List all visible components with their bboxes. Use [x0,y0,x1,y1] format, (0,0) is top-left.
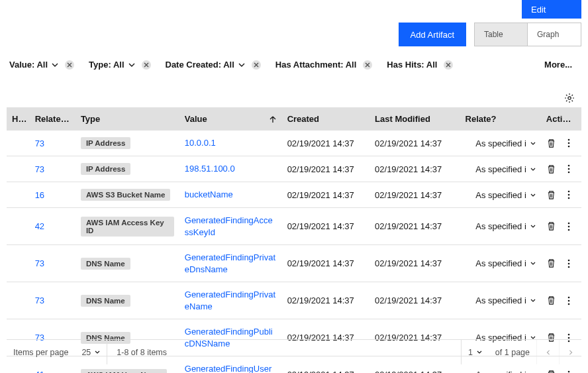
col-value[interactable]: Value [179,107,282,131]
next-page-button[interactable] [559,340,581,364]
chevron-down-icon [530,299,536,302]
kebab-icon [567,296,570,305]
row-menu-button[interactable] [564,164,574,174]
filter-has-attachment[interactable]: Has Attachment: All [275,60,373,70]
filter-more-label: More... [544,60,572,70]
delete-button[interactable] [546,138,557,148]
related-link[interactable]: 16 [35,190,44,200]
relate-text: As specified i [475,295,526,305]
trash-icon [546,221,556,231]
type-tag: DNS Name [81,295,130,307]
modified-text: 02/19/2021 14:37 [375,370,442,373]
col-type[interactable]: Type [75,107,179,131]
type-tag: AWS S3 Bucket Name [81,189,171,201]
relate-select[interactable]: As specified i [466,295,536,305]
related-link[interactable]: 73 [35,258,44,268]
filter-hits-clear[interactable] [444,60,453,70]
modified-text: 02/19/2021 14:37 [375,258,442,268]
trash-icon [546,370,556,373]
delete-button[interactable] [546,189,557,200]
created-text: 02/19/2021 14:37 [287,221,354,231]
artifacts-table: Hits Related I... Type Value Created Las… [7,107,581,373]
relate-select[interactable]: As specified i [466,258,536,268]
chevron-down-icon [52,63,58,67]
table-row: 73 IP Address 10.0.0.1 02/19/2021 14:37 … [7,131,581,156]
related-link[interactable]: 73 [35,164,44,174]
col-actions: Actions [541,107,581,131]
col-hits[interactable]: Hits [7,107,30,131]
relate-select[interactable]: As specified i [466,221,536,231]
value-link[interactable]: GeneratedFindingPrivateName [185,290,275,311]
related-link[interactable]: 73 [35,295,44,305]
table-row: 42 AWS IAM Access Key ID GeneratedFindin… [7,208,581,245]
value-link[interactable]: 198.51.100.0 [185,164,235,174]
value-link[interactable]: GeneratedFindingAccessKeyId [185,215,273,237]
filter-type-clear[interactable] [142,60,151,70]
items-per-page-select[interactable]: 25 [75,340,107,364]
row-menu-button[interactable] [564,258,574,269]
row-menu-button[interactable] [564,295,574,306]
relate-select[interactable]: As specified i [466,164,536,174]
value-link[interactable]: 10.0.0.1 [185,138,216,148]
row-menu-button[interactable] [564,221,574,232]
delete-button[interactable] [546,164,557,174]
prev-page-button[interactable] [536,340,559,364]
add-artifact-label: Add Artifact [411,30,454,40]
relate-text: As specified i [475,164,526,174]
col-relate[interactable]: Relate? [460,107,541,131]
relate-select[interactable]: As specified i [466,190,536,200]
col-created[interactable]: Created [282,107,369,131]
col-type-label: Type [81,114,100,124]
kebab-icon [567,164,570,174]
tab-table-label: Table [484,30,503,39]
value-link[interactable]: bucketName [185,189,233,199]
relate-select[interactable]: As specified i [466,138,536,148]
value-link[interactable]: GeneratedFindingUserName [185,364,272,373]
row-menu-button[interactable] [564,138,574,148]
edit-label: Edit [531,5,546,15]
filter-has-hits[interactable]: Has Hits: All [387,60,453,70]
delete-button[interactable] [546,370,557,373]
filter-more[interactable]: More... [544,60,579,70]
edit-button[interactable]: Edit [522,0,581,19]
add-artifact-button[interactable]: Add Artifact [399,23,466,46]
filter-type[interactable]: Type: All [89,60,150,70]
delete-button[interactable] [546,258,557,269]
filter-attachment-clear[interactable] [363,60,372,70]
filter-value[interactable]: Value: All [9,60,74,70]
chevron-down-icon [128,63,135,67]
row-menu-button[interactable] [564,189,574,200]
gear-icon [564,93,575,103]
related-link[interactable]: 73 [35,138,44,148]
delete-button[interactable] [546,221,557,232]
modified-text: 02/19/2021 14:37 [375,138,442,148]
type-tag: IP Address [81,137,130,149]
table-settings-button[interactable] [564,93,575,103]
filter-bar: Value: All Type: All Date Created: All H… [9,60,579,70]
filter-date-clear[interactable] [252,60,261,70]
row-menu-button[interactable] [564,370,574,373]
table-row: 73 DNS Name GeneratedFindingPrivateDnsNa… [7,245,581,282]
relate-select[interactable]: As specified i [466,370,536,373]
created-text: 02/19/2021 14:37 [287,138,354,148]
col-modified[interactable]: Last Modified [369,107,460,131]
created-text: 02/19/2021 14:37 [287,295,354,305]
col-value-label: Value [185,114,207,124]
close-icon [446,62,451,68]
filter-value-clear[interactable] [65,60,74,70]
tab-table[interactable]: Table [475,23,528,46]
col-related[interactable]: Related I... [30,107,75,131]
col-created-label: Created [287,114,319,124]
filter-attachment-label: Has Attachment: All [275,60,357,70]
tab-graph[interactable]: Graph [528,23,581,46]
filter-date-created[interactable]: Date Created: All [166,60,261,70]
relate-text: As specified i [475,258,526,268]
related-link[interactable]: 41 [35,370,44,373]
trash-icon [546,258,556,268]
modified-text: 02/19/2021 14:37 [375,164,442,174]
related-link[interactable]: 42 [35,221,44,231]
delete-button[interactable] [546,295,557,306]
chevron-down-icon [530,225,536,228]
value-link[interactable]: GeneratedFindingPrivateDnsName [185,252,275,274]
page-select[interactable]: 1 [461,340,489,364]
